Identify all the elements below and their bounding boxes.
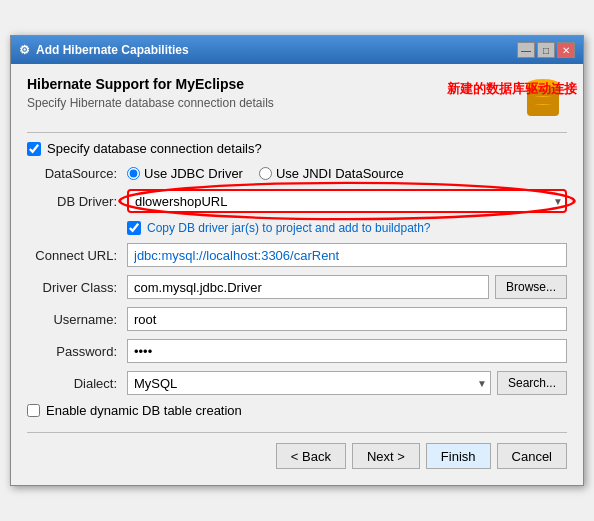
connect-url-row: Connect URL: (27, 243, 567, 267)
window-title: Add Hibernate Capabilities (36, 43, 189, 57)
connect-url-label: Connect URL: (27, 248, 127, 263)
jdbc-radio[interactable] (127, 167, 140, 180)
jdbc-radio-label[interactable]: Use JDBC Driver (127, 166, 243, 181)
copy-jar-checkbox[interactable] (127, 221, 141, 235)
db-driver-row: DB Driver: dlowershopURL ▼ (27, 189, 567, 213)
dynamic-row: Enable dynamic DB table creation (27, 403, 567, 418)
window-title-icon: ⚙ (19, 43, 30, 57)
browse-button[interactable]: Browse... (495, 275, 567, 299)
jndi-radio-label[interactable]: Use JNDI DataSource (259, 166, 404, 181)
driver-class-control: Browse... (127, 275, 567, 299)
dialect-select-wrapper: MySQL ▼ (127, 371, 491, 395)
connect-url-input[interactable] (127, 243, 567, 267)
page-subtitle: Specify Hibernate database connection de… (27, 96, 274, 110)
username-input[interactable] (127, 307, 567, 331)
datasource-radio-group: Use JDBC Driver Use JNDI DataSource (127, 166, 567, 181)
divider-1 (27, 132, 567, 133)
content-area: Hibernate Support for MyEclipse Specify … (11, 64, 583, 485)
minimize-button[interactable]: — (517, 42, 535, 58)
datasource-label: DataSource: (27, 166, 127, 181)
dynamic-label: Enable dynamic DB table creation (46, 403, 242, 418)
copy-jar-row: Copy DB driver jar(s) to project and add… (127, 221, 567, 235)
annotation-text: 新建的数据库驱动连接 (447, 81, 577, 96)
password-control (127, 339, 567, 363)
connect-url-control (127, 243, 567, 267)
username-label: Username: (27, 312, 127, 327)
cancel-button[interactable]: Cancel (497, 443, 567, 469)
header-text: Hibernate Support for MyEclipse Specify … (27, 76, 274, 110)
jndi-radio-text: Use JNDI DataSource (276, 166, 404, 181)
username-row: Username: (27, 307, 567, 331)
driver-class-row: Driver Class: Browse... (27, 275, 567, 299)
driver-class-input[interactable] (127, 275, 489, 299)
title-bar: ⚙ Add Hibernate Capabilities — □ ✕ (11, 36, 583, 64)
back-button[interactable]: < Back (276, 443, 346, 469)
title-bar-left: ⚙ Add Hibernate Capabilities (19, 43, 189, 57)
specify-label: Specify database connection details? (47, 141, 262, 156)
finish-button[interactable]: Finish (426, 443, 491, 469)
close-button[interactable]: ✕ (557, 42, 575, 58)
search-button[interactable]: Search... (497, 371, 567, 395)
db-driver-wrapper: dlowershopURL ▼ (127, 189, 567, 213)
driver-class-label: Driver Class: (27, 280, 127, 295)
page-title: Hibernate Support for MyEclipse (27, 76, 274, 92)
password-label: Password: (27, 344, 127, 359)
dialect-row: Dialect: MySQL ▼ Search... (27, 371, 567, 395)
password-row: Password: (27, 339, 567, 363)
dialect-select[interactable]: MySQL (127, 371, 491, 395)
jndi-radio[interactable] (259, 167, 272, 180)
specify-checkbox-row: Specify database connection details? (27, 141, 567, 156)
next-button[interactable]: Next > (352, 443, 420, 469)
main-window: ⚙ Add Hibernate Capabilities — □ ✕ Hiber… (10, 35, 584, 486)
maximize-button[interactable]: □ (537, 42, 555, 58)
dialect-label: Dialect: (27, 376, 127, 391)
dialect-control: MySQL ▼ Search... (127, 371, 567, 395)
datasource-row: DataSource: Use JDBC Driver Use JNDI Dat… (27, 166, 567, 181)
db-driver-select[interactable]: dlowershopURL (127, 189, 567, 213)
title-controls: — □ ✕ (517, 42, 575, 58)
jdbc-radio-text: Use JDBC Driver (144, 166, 243, 181)
specify-checkbox[interactable] (27, 142, 41, 156)
bottom-buttons: < Back Next > Finish Cancel (27, 432, 567, 469)
db-driver-control: dlowershopURL ▼ (127, 189, 567, 213)
password-input[interactable] (127, 339, 567, 363)
username-control (127, 307, 567, 331)
copy-jar-label: Copy DB driver jar(s) to project and add… (147, 221, 430, 235)
db-driver-label: DB Driver: (27, 194, 127, 209)
dynamic-checkbox[interactable] (27, 404, 40, 417)
